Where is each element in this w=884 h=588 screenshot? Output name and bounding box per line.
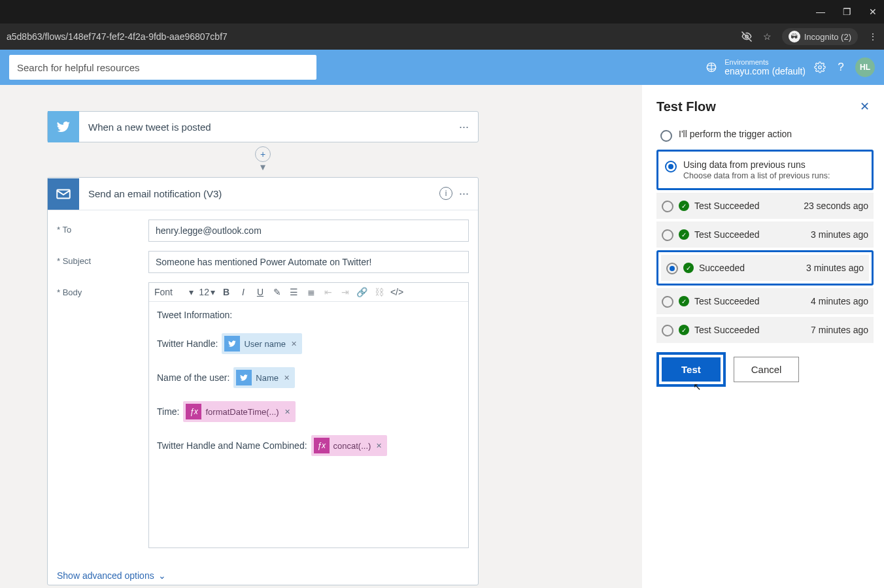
twitter-icon [236,370,252,385]
bold-icon[interactable]: B [220,287,232,297]
check-icon: ✓ [679,201,689,211]
run-item[interactable]: ✓ Test Succeeded 7 minutes ago [656,317,874,343]
check-icon: ✓ [683,263,694,273]
radio-icon [660,130,672,142]
svg-point-3 [819,66,822,69]
browser-addressbar: a5d8b63/flows/148ef747-fef2-4f2a-9fdb-aa… [0,24,884,50]
highlight-selected-run: ✓ Succeeded 3 minutes ago [656,250,874,286]
option-perform-trigger[interactable]: I'll perform the trigger action [656,123,874,147]
body-label: * Body [57,282,148,297]
subject-label: * Subject [57,251,148,266]
token-name[interactable]: Name✕ [233,367,295,388]
font-select[interactable]: Font ▾ [154,287,194,297]
size-select[interactable]: 12 ▾ [199,287,215,297]
close-icon[interactable]: ✕ [868,7,877,16]
card-menu-icon[interactable]: ··· [459,120,469,134]
underline-icon[interactable]: U [254,287,266,297]
rte-toolbar: Font ▾ 12 ▾ B I U ✎ ☰ ≣ ⇤ ⇥ [149,283,468,302]
gear-icon[interactable] [813,61,826,74]
outdent-icon[interactable]: ⇤ [322,287,334,297]
radio-icon [666,263,678,274]
panel-title: Test Flow [656,99,874,114]
run-item[interactable]: ✓ Test Succeeded 23 seconds ago [656,193,874,219]
action-header[interactable]: Send an email notification (V3) i ··· [48,178,478,210]
token-concat[interactable]: ƒx concat(...)✕ [311,435,388,456]
radio-icon [662,201,673,212]
check-icon: ✓ [679,229,689,240]
url-text[interactable]: a5d8b63/flows/148ef747-fef2-4f2a-9fdb-aa… [7,31,734,42]
numbered-list-icon[interactable]: ≣ [305,287,317,297]
run-list: ✓ Test Succeeded 23 seconds ago ✓ Test S… [656,193,874,343]
maximize-icon[interactable]: ❐ [842,7,851,16]
flow-canvas[interactable]: When a new tweet is posted ··· + ▾ Send … [0,85,642,588]
rich-text-editor: Font ▾ 12 ▾ B I U ✎ ☰ ≣ ⇤ ⇥ [148,282,469,548]
info-icon[interactable]: i [439,187,452,200]
unlink-icon[interactable]: ⛓ [373,287,385,297]
action-title: Send an email notification (V3) [79,188,439,199]
trigger-card[interactable]: When a new tweet is posted ··· [47,111,479,142]
arrow-down-icon: ▾ [260,161,265,173]
radio-icon [662,229,673,241]
card-menu-icon[interactable]: ··· [459,187,469,201]
indent-icon[interactable]: ⇥ [339,287,351,297]
subject-input[interactable] [148,251,469,273]
incognito-label: Incognito (2) [804,32,851,42]
highlight-test-button: Test [656,352,726,387]
mail-icon [48,178,79,210]
check-icon: ✓ [679,325,689,335]
run-item[interactable]: ✓ Test Succeeded 3 minutes ago [656,221,874,248]
environment-picker[interactable]: Environments enayu.com (default) [705,58,806,76]
check-icon: ✓ [679,296,689,306]
run-item[interactable]: ✓ Test Succeeded 4 minutes ago [656,288,874,314]
chevron-down-icon: ⌄ [158,570,166,581]
window-titlebar: — ❐ ✕ [0,0,884,24]
search-placeholder: Search for helpful resources [17,62,140,73]
eye-off-icon[interactable] [741,31,753,42]
trigger-title: When a new tweet is posted [79,122,459,133]
environment-icon [705,61,718,74]
avatar[interactable]: HL [855,57,875,77]
cursor-icon: ↖ [693,381,702,393]
help-icon[interactable]: ? [834,61,847,74]
radio-icon [665,161,677,172]
token-formatdatetime[interactable]: ƒx formatDateTime(...)✕ [183,401,295,422]
brush-icon[interactable]: ✎ [271,287,283,297]
highlight-previous-runs: Using data from previous runs Choose dat… [656,150,874,190]
cancel-button[interactable]: Cancel [734,357,800,382]
app-header: Search for helpful resources Environment… [0,50,884,85]
italic-icon[interactable]: I [237,287,249,297]
search-input[interactable]: Search for helpful resources [9,55,316,80]
incognito-icon: 🕶 [789,31,800,42]
test-button[interactable]: Test [662,357,721,382]
code-view-icon[interactable]: </> [390,287,402,297]
browser-menu-icon[interactable]: ⋮ [868,31,877,42]
run-item[interactable]: ✓ Succeeded 3 minutes ago [661,255,869,281]
twitter-icon [224,336,240,351]
radio-icon [662,296,673,308]
action-card: Send an email notification (V3) i ··· * … [47,177,479,585]
to-input[interactable] [148,220,469,242]
link-icon[interactable]: 🔗 [356,287,368,297]
environment-value: enayu.com (default) [724,66,806,76]
step-connector: + ▾ [47,146,479,173]
fx-icon: ƒx [314,438,330,453]
twitter-icon [48,111,79,142]
star-icon[interactable]: ☆ [763,31,772,42]
bulleted-list-icon[interactable]: ☰ [288,287,300,297]
test-flow-panel: Test Flow ✕ I'll perform the trigger act… [642,85,884,588]
option-previous-runs[interactable]: Using data from previous runs Choose dat… [661,154,869,186]
environment-label: Environments [724,58,806,66]
show-advanced-link[interactable]: Show advanced options ⌄ [48,564,166,585]
add-step-button[interactable]: + [255,146,271,162]
rte-body[interactable]: Tweet Information: Twitter Handle: User … [149,302,468,547]
fx-icon: ƒx [186,404,201,419]
token-user-name[interactable]: User name✕ [222,333,302,354]
incognito-chip[interactable]: 🕶 Incognito (2) [782,28,858,45]
to-label: * To [57,220,148,235]
radio-icon [662,325,673,336]
close-panel-icon[interactable]: ✕ [860,99,870,114]
minimize-icon[interactable]: — [816,7,825,16]
